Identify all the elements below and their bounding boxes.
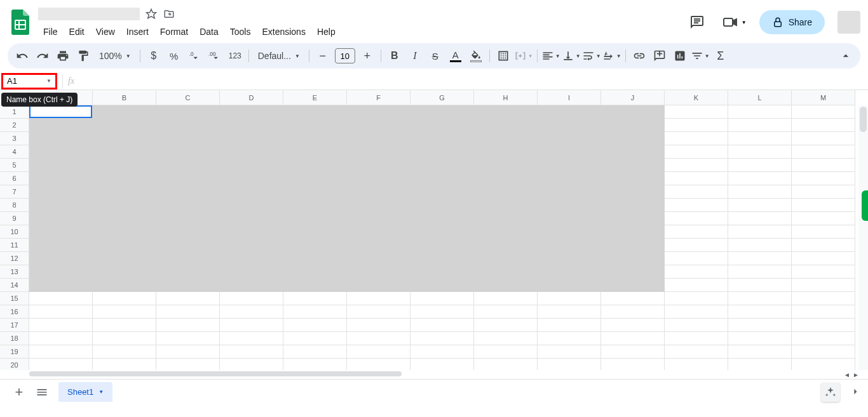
scroll-right-icon[interactable]: ►: [851, 370, 860, 379]
cell[interactable]: [665, 265, 728, 279]
cell[interactable]: [728, 212, 792, 225]
cell[interactable]: [220, 292, 283, 305]
account-avatar[interactable]: [837, 11, 860, 34]
cell[interactable]: [156, 292, 220, 305]
cell[interactable]: [538, 319, 601, 332]
cell[interactable]: [474, 279, 538, 292]
cell[interactable]: [283, 172, 347, 185]
cell[interactable]: [601, 359, 665, 370]
cell[interactable]: [347, 199, 410, 212]
cell[interactable]: [29, 212, 93, 225]
sheets-logo[interactable]: [8, 10, 33, 35]
menu-item-edit[interactable]: Edit: [64, 24, 90, 39]
cell[interactable]: [410, 145, 474, 159]
vertical-scrollbar[interactable]: [858, 105, 868, 370]
cell[interactable]: [410, 359, 474, 370]
cell[interactable]: [601, 239, 665, 252]
cell[interactable]: [474, 212, 538, 225]
cell[interactable]: [347, 265, 410, 279]
cell[interactable]: [220, 332, 283, 345]
strikethrough-button[interactable]: S: [426, 46, 445, 65]
cell[interactable]: [665, 359, 728, 370]
cell[interactable]: [93, 199, 156, 212]
cell[interactable]: [347, 185, 410, 199]
merge-cells-button[interactable]: ▼: [514, 46, 533, 65]
cell[interactable]: [538, 212, 601, 225]
cell[interactable]: [665, 319, 728, 332]
name-box[interactable]: A1 ▼: [1, 73, 57, 89]
cell[interactable]: [156, 265, 220, 279]
cell[interactable]: [29, 145, 93, 159]
redo-button[interactable]: [33, 46, 52, 65]
cell[interactable]: [665, 332, 728, 345]
cell[interactable]: [93, 292, 156, 305]
cell[interactable]: [601, 119, 665, 132]
cell[interactable]: [728, 279, 792, 292]
cell[interactable]: [347, 105, 410, 119]
cell[interactable]: [220, 159, 283, 172]
cell[interactable]: [29, 172, 93, 185]
column-header[interactable]: H: [474, 90, 538, 105]
cell[interactable]: [538, 332, 601, 345]
cell[interactable]: [220, 265, 283, 279]
cell[interactable]: [220, 199, 283, 212]
cell[interactable]: [792, 265, 855, 279]
menu-item-insert[interactable]: Insert: [121, 24, 154, 39]
cell[interactable]: [220, 132, 283, 145]
cell[interactable]: [156, 132, 220, 145]
format-currency-button[interactable]: $: [144, 46, 163, 65]
cell[interactable]: [601, 185, 665, 199]
cell[interactable]: [538, 305, 601, 319]
cell[interactable]: [93, 359, 156, 370]
cell[interactable]: [728, 225, 792, 239]
cell[interactable]: [29, 252, 93, 265]
cell[interactable]: [538, 292, 601, 305]
cell[interactable]: [665, 292, 728, 305]
cell[interactable]: [665, 279, 728, 292]
cell[interactable]: [29, 132, 93, 145]
cell[interactable]: [29, 199, 93, 212]
undo-button[interactable]: [13, 46, 32, 65]
cell[interactable]: [29, 239, 93, 252]
cell[interactable]: [156, 239, 220, 252]
cell[interactable]: [156, 185, 220, 199]
cell[interactable]: [93, 319, 156, 332]
horizontal-align-button[interactable]: ▼: [541, 46, 560, 65]
cell[interactable]: [347, 145, 410, 159]
row-header[interactable]: 11: [0, 239, 29, 252]
cell[interactable]: [29, 159, 93, 172]
cell[interactable]: [29, 185, 93, 199]
cell[interactable]: [347, 332, 410, 345]
cell[interactable]: [601, 319, 665, 332]
cell[interactable]: [474, 172, 538, 185]
share-button[interactable]: Share: [759, 10, 825, 34]
column-header[interactable]: G: [410, 90, 474, 105]
cell[interactable]: [283, 185, 347, 199]
cell[interactable]: [283, 332, 347, 345]
cell[interactable]: [665, 105, 728, 119]
comments-button[interactable]: [684, 10, 710, 35]
cell[interactable]: [220, 225, 283, 239]
cell[interactable]: [283, 225, 347, 239]
cell[interactable]: [728, 332, 792, 345]
cell[interactable]: [347, 305, 410, 319]
cell[interactable]: [347, 172, 410, 185]
cell[interactable]: [792, 252, 855, 265]
format-percent-button[interactable]: %: [165, 46, 184, 65]
cell[interactable]: [93, 345, 156, 359]
cell[interactable]: [29, 105, 93, 119]
collapse-side-panel-button[interactable]: [848, 384, 863, 399]
move-to-folder-icon[interactable]: [163, 8, 175, 20]
row-header[interactable]: 2: [0, 119, 29, 132]
menu-item-extensions[interactable]: Extensions: [257, 24, 310, 39]
cell[interactable]: [601, 199, 665, 212]
cell[interactable]: [347, 279, 410, 292]
cell[interactable]: [538, 159, 601, 172]
cell[interactable]: [93, 225, 156, 239]
cell[interactable]: [538, 132, 601, 145]
grid-body[interactable]: [29, 105, 868, 370]
row-header[interactable]: 4: [0, 145, 29, 159]
cell[interactable]: [728, 252, 792, 265]
more-formats-button[interactable]: 123: [226, 46, 245, 65]
cell[interactable]: [474, 332, 538, 345]
